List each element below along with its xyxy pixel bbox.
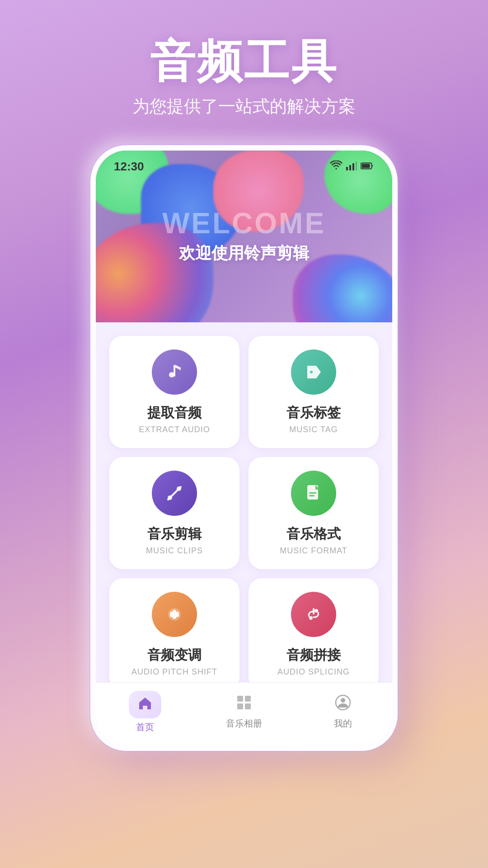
card-label-en-music-tag: MUSIC TAG bbox=[289, 425, 338, 434]
welcome-zh: 欢迎使用铃声剪辑 bbox=[162, 242, 326, 264]
svg-rect-1 bbox=[349, 165, 351, 170]
nav-label-home: 首页 bbox=[136, 721, 154, 733]
nav-item-profile[interactable]: 我的 bbox=[316, 694, 370, 730]
svg-rect-2 bbox=[352, 163, 354, 170]
svg-rect-24 bbox=[237, 703, 243, 709]
card-icon-audio-pitch bbox=[152, 592, 197, 637]
card-label-en-extract-audio: EXTRACT AUDIO bbox=[139, 425, 210, 434]
svg-rect-14 bbox=[309, 495, 314, 496]
svg-rect-5 bbox=[362, 164, 370, 168]
nav-icon-music-album bbox=[236, 694, 252, 715]
svg-rect-18 bbox=[175, 612, 179, 617]
nav-label-profile: 我的 bbox=[334, 717, 352, 730]
card-music-tag[interactable]: 音乐标签 MUSIC TAG bbox=[249, 336, 379, 448]
card-label-zh-extract-audio: 提取音频 bbox=[147, 404, 202, 422]
card-icon-audio-splicing bbox=[291, 592, 336, 637]
svg-rect-0 bbox=[346, 167, 348, 170]
card-music-format[interactable]: 音乐格式 MUSIC FORMAT bbox=[249, 457, 379, 569]
card-icon-music-tag bbox=[291, 349, 336, 395]
svg-point-19 bbox=[309, 616, 313, 620]
blob-multicolor bbox=[293, 255, 392, 322]
bottom-nav: 首页 音乐相册 我的 bbox=[96, 682, 392, 745]
svg-point-8 bbox=[310, 371, 313, 373]
nav-icon-profile bbox=[335, 694, 351, 715]
nav-item-music-album[interactable]: 音乐相册 bbox=[217, 694, 271, 730]
header-section: 音频工具 为您提供了一站式的解决方案 bbox=[0, 0, 488, 132]
svg-point-20 bbox=[314, 609, 318, 613]
svg-rect-17 bbox=[170, 612, 174, 617]
subtitle: 为您提供了一站式的解决方案 bbox=[0, 95, 488, 118]
svg-rect-25 bbox=[245, 703, 251, 709]
wifi-icon bbox=[330, 160, 343, 173]
svg-rect-7 bbox=[174, 365, 175, 377]
status-icons bbox=[330, 160, 374, 173]
welcome-en: WELCOME bbox=[162, 209, 326, 238]
svg-rect-23 bbox=[245, 696, 251, 702]
svg-line-11 bbox=[168, 487, 181, 500]
svg-rect-13 bbox=[309, 492, 316, 494]
nav-active-bg bbox=[129, 691, 161, 718]
card-icon-music-clips bbox=[152, 471, 197, 516]
nav-icon-home bbox=[137, 695, 153, 716]
card-extract-audio[interactable]: 提取音频 EXTRACT AUDIO bbox=[109, 336, 239, 448]
card-label-en-music-format: MUSIC FORMAT bbox=[280, 546, 347, 556]
card-label-zh-audio-splicing: 音频拼接 bbox=[286, 646, 341, 665]
svg-rect-22 bbox=[237, 696, 243, 702]
card-audio-pitch[interactable]: 音频变调 AUDIO PITCH SHIFT bbox=[109, 578, 239, 682]
card-audio-splicing[interactable]: 音频拼接 AUDIO SPLICING bbox=[249, 578, 379, 682]
status-time: 12:30 bbox=[114, 160, 144, 174]
phone-frame: 12:30 bbox=[90, 145, 398, 751]
nav-label-music-album: 音乐相册 bbox=[226, 717, 262, 730]
main-title: 音频工具 bbox=[0, 36, 488, 86]
card-label-en-audio-splicing: AUDIO SPLICING bbox=[277, 667, 350, 677]
status-bar: 12:30 bbox=[96, 151, 392, 174]
card-label-en-audio-pitch: AUDIO PITCH SHIFT bbox=[131, 667, 217, 677]
card-music-clips[interactable]: 音乐剪辑 MUSIC CLIPS bbox=[109, 457, 239, 569]
card-label-zh-music-clips: 音乐剪辑 bbox=[147, 525, 202, 543]
card-icon-music-format bbox=[291, 471, 336, 516]
battery-icon bbox=[361, 161, 374, 173]
svg-point-27 bbox=[341, 698, 345, 703]
app-grid: 提取音频 EXTRACT AUDIO 音乐标签 MUSIC TAG 音乐剪辑 M… bbox=[96, 322, 392, 682]
nav-item-home[interactable]: 首页 bbox=[118, 691, 172, 733]
welcome-text: WELCOME 欢迎使用铃声剪辑 bbox=[162, 209, 326, 264]
svg-rect-3 bbox=[356, 161, 357, 170]
card-label-zh-music-format: 音乐格式 bbox=[286, 525, 341, 543]
card-icon-extract-audio bbox=[152, 349, 197, 395]
svg-rect-21 bbox=[313, 608, 314, 614]
phone-wrapper: 12:30 bbox=[90, 145, 398, 751]
signal-icon bbox=[346, 160, 357, 173]
card-label-zh-music-tag: 音乐标签 bbox=[286, 404, 341, 422]
welcome-banner: WELCOME 欢迎使用铃声剪辑 bbox=[96, 151, 392, 322]
card-label-zh-audio-pitch: 音频变调 bbox=[147, 646, 202, 665]
card-label-en-music-clips: MUSIC CLIPS bbox=[146, 546, 203, 556]
